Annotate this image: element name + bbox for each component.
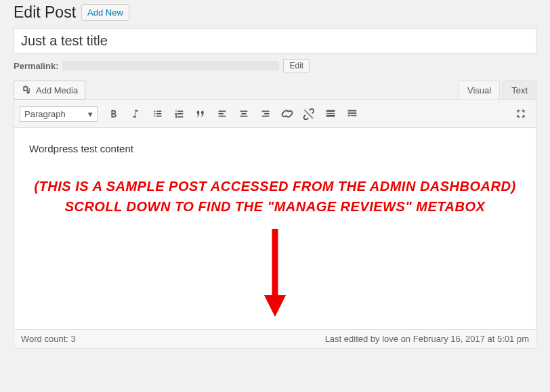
annotation-line2: Scroll down to find the "Manage Reviews"…	[29, 196, 521, 217]
arrow-down-icon	[261, 229, 289, 317]
annotation-overlay: (This is a sample post accessed from the…	[29, 176, 521, 217]
link-button[interactable]	[278, 104, 297, 123]
tab-visual[interactable]: Visual	[459, 81, 500, 100]
status-bar: Word count: 3 Last edited by love on Feb…	[14, 330, 536, 349]
post-title-input[interactable]	[14, 28, 536, 53]
align-right-button[interactable]	[256, 104, 275, 123]
camera-music-icon	[21, 85, 32, 95]
format-select[interactable]: Paragraph ▾	[20, 106, 98, 122]
permalink-edit-button[interactable]: Edit	[283, 59, 310, 72]
permalink-label: Permalink:	[14, 61, 58, 71]
distraction-free-button[interactable]	[511, 104, 530, 123]
svg-marker-1	[264, 295, 286, 317]
blockquote-button[interactable]	[191, 104, 210, 123]
align-center-button[interactable]	[234, 104, 253, 123]
bold-button[interactable]	[104, 104, 123, 123]
toolbar-toggle-button[interactable]	[343, 104, 362, 123]
add-new-button[interactable]: Add New	[81, 4, 129, 21]
add-media-button[interactable]: Add Media	[14, 81, 85, 100]
post-content-text: Wordpress test content	[29, 143, 521, 154]
numbered-list-button[interactable]	[169, 104, 188, 123]
chevron-down-icon: ▾	[88, 109, 93, 119]
editor-content-area[interactable]: Wordpress test content (This is a sample…	[14, 128, 536, 330]
italic-button[interactable]	[126, 104, 145, 123]
bullet-list-button[interactable]	[148, 104, 167, 123]
format-select-label: Paragraph	[24, 109, 66, 119]
page-title: Edit Post	[14, 3, 76, 22]
align-left-button[interactable]	[213, 104, 232, 123]
add-media-label: Add Media	[36, 85, 78, 95]
readmore-button[interactable]	[321, 104, 340, 123]
permalink-row: Permalink: Edit	[14, 59, 536, 72]
permalink-value	[62, 61, 279, 70]
last-edited: Last edited by love on February 16, 2017…	[325, 334, 529, 344]
editor-toolbar: Paragraph ▾	[14, 100, 536, 128]
annotation-line1: (This is a sample post accessed from the…	[29, 176, 521, 196]
unlink-button[interactable]	[299, 104, 318, 123]
word-count: Word count: 3	[21, 334, 76, 344]
tab-text[interactable]: Text	[503, 81, 536, 100]
